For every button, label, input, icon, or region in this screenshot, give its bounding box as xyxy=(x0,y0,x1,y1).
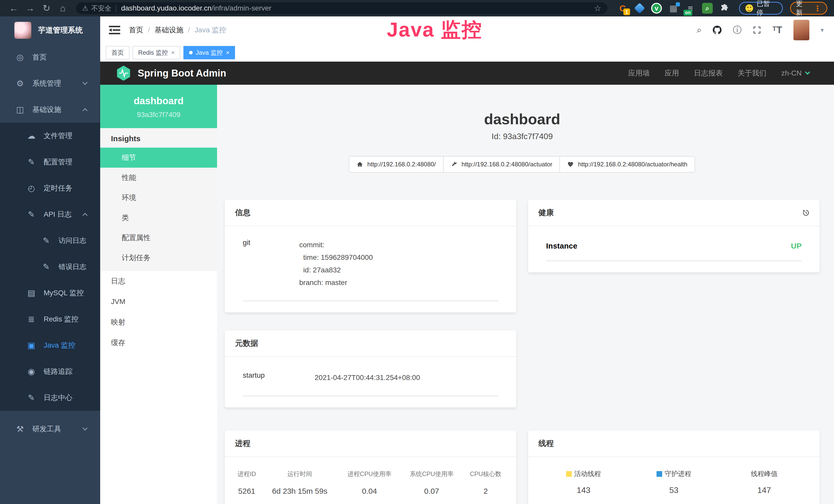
security-label[interactable]: 不安全 xyxy=(91,4,111,13)
chrome-update-button[interactable]: 更新 ⋮ xyxy=(790,2,827,15)
extension-v-icon[interactable]: v xyxy=(651,3,662,14)
page-instance-id: Id: 93a3fc7f7409 xyxy=(225,132,820,141)
annotation-overlay-text: Java 监控 xyxy=(387,17,482,43)
nav-applications-wall[interactable]: 应用墙 xyxy=(628,68,650,78)
search-icon[interactable]: ⌕ xyxy=(697,25,701,35)
sidebar-item-home[interactable]: ◎ 首页 xyxy=(0,44,100,70)
spring-boot-admin-navbar: Spring Boot Admin 应用墙 应用 日志报表 关于我们 zh-CN xyxy=(100,62,834,85)
divider xyxy=(546,260,802,261)
nav-journal[interactable]: 日志报表 xyxy=(694,68,723,78)
yellow-swatch xyxy=(566,471,572,477)
chevron-up-icon xyxy=(83,108,88,113)
cloud-upload-icon: ☁ xyxy=(26,131,37,141)
actuator-url-chip[interactable]: http://192.168.0.2:48080/actuator xyxy=(443,156,560,173)
insights-item-jvm[interactable]: JVM xyxy=(100,292,217,312)
bookmark-star-icon[interactable]: ☆ xyxy=(594,3,601,13)
extension-grid-icon[interactable]: ▦ xyxy=(668,3,679,14)
edit-icon: ✎ xyxy=(26,157,37,167)
sidebar-item-redis-monitor[interactable]: ≣ Redis 监控 xyxy=(0,306,100,332)
sidebar-item-api-log[interactable]: ✎ API 日志 xyxy=(0,201,100,228)
eye-icon: ◉ xyxy=(26,367,37,376)
avatar-caret-icon[interactable]: ▾ xyxy=(821,26,824,33)
sidebar-item-java-monitor[interactable]: ▣ Java 监控 xyxy=(0,332,100,359)
col-pid: 进程ID xyxy=(233,466,261,482)
sidebar-item-error-log[interactable]: ✎ 错误日志 xyxy=(0,254,100,280)
blue-swatch xyxy=(657,471,662,477)
forward-icon[interactable]: → xyxy=(23,0,38,17)
close-icon[interactable]: × xyxy=(226,49,229,56)
emoji-face-icon xyxy=(745,4,753,12)
sidebar-item-log-center[interactable]: ✎ 日志中心 xyxy=(0,385,100,411)
address-bar[interactable]: ⚠ 不安全 dashboard.yudao.iocoder.cn /infra/… xyxy=(76,2,608,14)
monitor-icon: ◫ xyxy=(14,105,26,115)
github-icon[interactable] xyxy=(713,26,722,35)
extensions-row: C 1 v ▦ ≡ on ⌕ xyxy=(617,3,730,14)
tampermonkey-paused-pill[interactable]: 已暂停 xyxy=(739,2,783,15)
breadcrumb-infra[interactable]: 基础设施 xyxy=(155,25,183,35)
font-size-icon[interactable]: ᵀT xyxy=(772,25,782,36)
sidebar-item-system[interactable]: ⚙ 系统管理 xyxy=(0,70,100,96)
insights-item-details[interactable]: 细节 xyxy=(100,147,217,168)
back-icon[interactable]: ← xyxy=(7,0,21,17)
threads-card-title: 线程 xyxy=(528,431,820,457)
help-icon[interactable]: ⓘ xyxy=(733,24,742,36)
insights-item-config-props[interactable]: 配置属性 xyxy=(100,228,217,248)
breadcrumb-home[interactable]: 首页 xyxy=(129,25,143,35)
extension-colorzilla-icon[interactable]: C 1 xyxy=(617,3,628,14)
sidebar-item-mysql-monitor[interactable]: ▤ MySQL 监控 xyxy=(0,280,100,306)
daemon-threads-value: 53 xyxy=(629,485,719,495)
divider xyxy=(243,301,498,301)
info-card-title: 信息 xyxy=(225,200,516,226)
insights-item-environment[interactable]: 环境 xyxy=(100,188,217,208)
instance-header: dashboard 93a3fc7f7409 xyxy=(100,85,217,128)
insights-item-caches[interactable]: 缓存 xyxy=(100,333,217,353)
sidebar-item-scheduled-jobs[interactable]: ◴ 定时任务 xyxy=(0,175,100,201)
spring-boot-admin-title[interactable]: Spring Boot Admin xyxy=(138,68,226,79)
legend-peak-threads: 线程峰值 147 xyxy=(719,469,809,495)
tab-redis-monitor[interactable]: Redis 监控 × xyxy=(133,46,180,59)
wrench-icon xyxy=(451,161,458,168)
sidebar-item-config-manage[interactable]: ✎ 配置管理 xyxy=(0,149,100,175)
insights-item-classes[interactable]: 类 xyxy=(100,208,217,228)
insights-item-scheduled-tasks[interactable]: 计划任务 xyxy=(100,248,217,268)
language-selector[interactable]: zh-CN xyxy=(781,69,809,77)
hamburger-menu-icon[interactable] xyxy=(109,25,120,35)
service-url-chip[interactable]: http://192.168.0.2:48080/ xyxy=(349,156,444,173)
extension-list-icon[interactable]: ≡ on xyxy=(685,3,696,14)
reload-icon[interactable]: ↻ xyxy=(39,0,54,17)
insights-item-mappings[interactable]: 映射 xyxy=(100,312,217,333)
sidebar-item-devtools[interactable]: ⚒ 研发工具 xyxy=(0,416,100,442)
extension-search-icon[interactable]: ⌕ xyxy=(702,3,713,14)
instance-url-group: http://192.168.0.2:48080/ http://192.168… xyxy=(225,156,820,173)
sidebar-item-infrastructure[interactable]: ◫ 基础设施 xyxy=(0,96,100,123)
sidebar-item-file-manage[interactable]: ☁ 文件管理 xyxy=(0,123,100,149)
breadcrumb-current: Java 监控 xyxy=(195,25,226,35)
close-icon[interactable]: × xyxy=(171,49,175,56)
extension-gem-icon[interactable] xyxy=(634,3,645,14)
home-icon[interactable]: ⌂ xyxy=(56,0,70,17)
info-key-git: git xyxy=(243,238,299,289)
sidebar-item-trace[interactable]: ◉ 链路追踪 xyxy=(0,359,100,385)
chevron-down-icon xyxy=(805,70,810,75)
history-icon[interactable] xyxy=(802,209,809,217)
health-card-title: 健康 xyxy=(539,207,554,218)
sidebar-item-access-log[interactable]: ✎ 访问日志 xyxy=(0,228,100,254)
clock-icon: ◴ xyxy=(26,183,37,193)
cpu-cores-value: 2 xyxy=(463,482,509,498)
toolbox-icon: ⚒ xyxy=(14,424,26,434)
app-header: 首页 / 基础设施 / Java 监控 Java 监控 ⌕ ⓘ ᵀT ▾ xyxy=(100,17,834,44)
tab-home[interactable]: 首页 xyxy=(106,46,129,59)
nav-applications[interactable]: 应用 xyxy=(665,68,679,78)
health-url-chip[interactable]: http://192.168.0.2:48080/actuator/health xyxy=(559,156,695,173)
insights-item-logs[interactable]: 日志 xyxy=(100,271,217,292)
tab-java-monitor[interactable]: Java 监控 × xyxy=(183,46,235,59)
metadata-card-title: 元数据 xyxy=(225,330,516,357)
insights-item-metrics[interactable]: 性能 xyxy=(100,168,217,188)
extension-puzzle-icon[interactable] xyxy=(719,3,730,14)
avatar[interactable] xyxy=(793,20,809,40)
nav-about[interactable]: 关于我们 xyxy=(738,68,766,78)
screen-icon: ▣ xyxy=(26,340,37,350)
heartbeat-icon xyxy=(567,161,574,168)
browser-menu-icon[interactable]: ⋮ xyxy=(814,4,821,13)
fullscreen-icon[interactable] xyxy=(753,26,761,34)
